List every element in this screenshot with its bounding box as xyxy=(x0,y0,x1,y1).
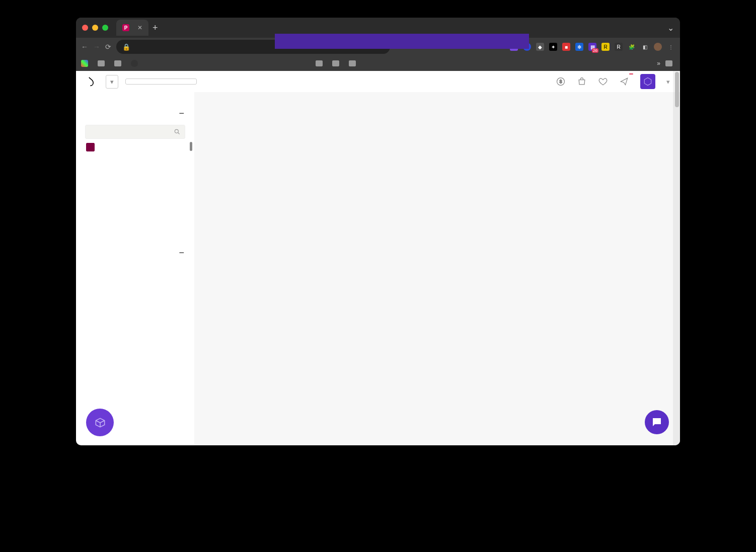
extension-icons: N ● ◆ ✦ ■ ✻ ▦26 R R 🧩 ◧ ⋮ xyxy=(510,43,675,51)
ext-icon[interactable]: ✦ xyxy=(549,43,557,51)
news-badge xyxy=(629,73,633,74)
search-input[interactable] xyxy=(125,78,197,85)
ext-icon[interactable]: ■ xyxy=(562,43,570,51)
bookmark-folder[interactable] xyxy=(332,60,342,66)
ext-icon[interactable]: ◆ xyxy=(536,43,544,51)
browser-window: P ✕ + ⌄ ← → ⟳ 🔒 N ● ◆ ✦ ■ ✻ ▦26 R R 🧩 ◧ … xyxy=(76,18,680,445)
brand-filter-all[interactable] xyxy=(76,141,194,153)
poshmark-logo[interactable] xyxy=(86,76,99,87)
profile-icon[interactable] xyxy=(654,43,662,51)
site-header: ▾ $ xyxy=(76,71,680,92)
other-bookmarks[interactable] xyxy=(665,60,675,67)
collapse-icon: − xyxy=(179,108,184,119)
size-hint-text xyxy=(76,268,194,270)
minimize-window-button[interactable] xyxy=(92,25,98,31)
brand-scrollbar[interactable] xyxy=(190,141,192,242)
scrollbar[interactable] xyxy=(673,71,680,445)
brand-search-input[interactable] xyxy=(85,125,185,139)
listing-grid-container xyxy=(194,92,680,445)
my-offers-link[interactable]: $ xyxy=(556,76,566,87)
brands-section-header[interactable]: − xyxy=(76,102,194,123)
floating-action-button[interactable] xyxy=(86,409,114,436)
maximize-window-button[interactable] xyxy=(102,25,108,31)
back-button[interactable]: ← xyxy=(81,43,88,51)
news-link[interactable] xyxy=(619,76,629,87)
my-likes-link[interactable] xyxy=(598,76,608,87)
bookmark-apps[interactable] xyxy=(81,60,91,67)
tab-favicon: P xyxy=(122,24,129,31)
bookmark-folder[interactable] xyxy=(98,60,107,66)
chevron-down-icon: ▾ xyxy=(110,78,114,86)
ext-icon[interactable]: R xyxy=(601,43,610,51)
window-controls xyxy=(82,25,108,31)
browser-menu-button[interactable]: ⋮ xyxy=(667,43,675,51)
page-viewport: ▾ $ xyxy=(76,71,680,445)
svg-marker-2 xyxy=(644,78,651,86)
filter-sidebar: − − xyxy=(76,92,194,445)
svg-point-3 xyxy=(175,129,178,133)
side-panel-button[interactable]: ◧ xyxy=(641,43,649,51)
lock-icon: 🔒 xyxy=(122,43,130,51)
bookmark-folder[interactable] xyxy=(316,60,325,66)
search-scope-dropdown[interactable]: ▾ xyxy=(106,75,118,89)
ext-icon[interactable]: ▦26 xyxy=(588,43,596,51)
my-bundles-link[interactable] xyxy=(577,76,587,87)
reload-button[interactable]: ⟳ xyxy=(105,43,111,51)
extensions-button[interactable]: 🧩 xyxy=(628,43,636,51)
bookmark-folder[interactable] xyxy=(349,60,358,66)
search-icon xyxy=(174,128,181,135)
bookmarks-bar: » xyxy=(76,56,680,71)
size-edit-link[interactable] xyxy=(76,262,194,268)
ext-icon[interactable]: ✻ xyxy=(575,43,583,51)
size-section-header[interactable]: − xyxy=(76,242,194,262)
tab-close-button[interactable]: ✕ xyxy=(137,24,142,31)
user-menu[interactable] xyxy=(640,74,655,89)
svg-line-4 xyxy=(178,133,180,134)
bookmarks-overflow[interactable]: » xyxy=(657,60,660,67)
bookmark-item[interactable] xyxy=(131,60,140,67)
svg-text:$: $ xyxy=(559,79,562,84)
chevron-down-icon[interactable]: ▾ xyxy=(666,78,670,86)
browser-tab[interactable]: P ✕ xyxy=(116,20,148,36)
annotation-callout xyxy=(275,34,529,49)
close-window-button[interactable] xyxy=(82,25,88,31)
brand-list xyxy=(76,141,194,242)
ext-icon[interactable]: R xyxy=(615,43,623,51)
collapse-icon: − xyxy=(179,248,184,258)
new-tab-button[interactable]: + xyxy=(153,23,158,33)
forward-button[interactable]: → xyxy=(93,43,100,51)
intercom-chat-button[interactable] xyxy=(645,410,669,434)
bookmark-folder[interactable] xyxy=(114,60,124,66)
tabs-dropdown-button[interactable]: ⌄ xyxy=(667,23,674,33)
